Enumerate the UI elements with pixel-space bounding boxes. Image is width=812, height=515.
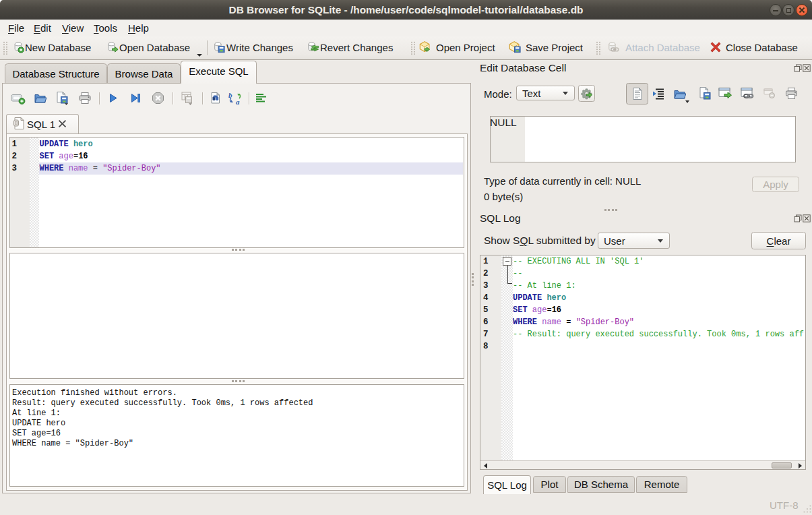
svg-text:a: a	[236, 98, 240, 105]
